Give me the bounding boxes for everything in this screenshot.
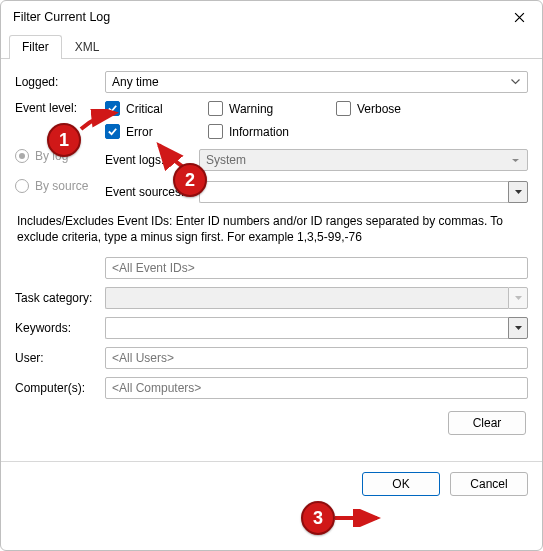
- logged-label: Logged:: [15, 75, 105, 89]
- tab-xml-label: XML: [75, 40, 100, 54]
- event-sources-combo[interactable]: [199, 181, 528, 203]
- cancel-button[interactable]: Cancel: [450, 472, 528, 496]
- checkbox-error[interactable]: Error: [105, 124, 200, 139]
- annotation-bubble-2: 2: [173, 163, 207, 197]
- keywords-drop-button[interactable]: [508, 317, 528, 339]
- ok-button[interactable]: OK: [362, 472, 440, 496]
- checkbox-error-label: Error: [126, 125, 153, 139]
- keywords-input[interactable]: [105, 317, 508, 339]
- annotation-bubble-1: 1: [47, 123, 81, 157]
- tab-filter[interactable]: Filter: [9, 35, 62, 59]
- chevron-down-icon: [507, 79, 523, 85]
- divider: [1, 461, 542, 462]
- tab-xml[interactable]: XML: [62, 35, 113, 59]
- checkbox-verbose[interactable]: Verbose: [336, 101, 436, 116]
- event-sources-input[interactable]: [199, 181, 508, 203]
- event-logs-dropdown[interactable]: System: [199, 149, 528, 171]
- checkbox-warning[interactable]: Warning: [208, 101, 328, 116]
- task-category-combo[interactable]: [105, 287, 528, 309]
- radio-by-source-label: By source: [35, 179, 88, 193]
- computers-input[interactable]: [105, 377, 528, 399]
- dialog-footer: OK Cancel: [1, 472, 542, 508]
- chevron-down-icon: [507, 157, 523, 163]
- window-title: Filter Current Log: [13, 10, 110, 24]
- user-input[interactable]: [105, 347, 528, 369]
- event-ids-input[interactable]: [105, 257, 528, 279]
- event-sources-drop-button[interactable]: [508, 181, 528, 203]
- computers-label: Computer(s):: [15, 381, 105, 395]
- tab-strip: Filter XML: [1, 33, 542, 59]
- event-id-description: Includes/Excludes Event IDs: Enter ID nu…: [17, 213, 526, 245]
- task-category-input[interactable]: [105, 287, 508, 309]
- filter-dialog: Filter Current Log Filter XML Logged: An…: [0, 0, 543, 551]
- event-logs-value: System: [206, 153, 246, 167]
- annotation-arrow-3: [333, 509, 383, 527]
- titlebar: Filter Current Log: [1, 1, 542, 33]
- logged-value: Any time: [112, 75, 159, 89]
- filter-pane: Logged: Any time Event level: Critical: [1, 59, 542, 443]
- radio-by-source[interactable]: By source: [15, 179, 105, 193]
- close-icon: [514, 12, 525, 23]
- checkbox-warning-label: Warning: [229, 102, 273, 116]
- checkbox-information[interactable]: Information: [208, 124, 328, 139]
- checkbox-critical[interactable]: Critical: [105, 101, 200, 116]
- event-level-label: Event level:: [15, 101, 105, 115]
- checkbox-verbose-label: Verbose: [357, 102, 401, 116]
- keywords-label: Keywords:: [15, 321, 105, 335]
- close-button[interactable]: [496, 1, 542, 33]
- task-category-label: Task category:: [15, 291, 105, 305]
- checkbox-critical-label: Critical: [126, 102, 163, 116]
- keywords-combo[interactable]: [105, 317, 528, 339]
- tab-filter-label: Filter: [22, 40, 49, 54]
- logged-dropdown[interactable]: Any time: [105, 71, 528, 93]
- task-category-drop-button[interactable]: [508, 287, 528, 309]
- clear-button[interactable]: Clear: [448, 411, 526, 435]
- user-label: User:: [15, 351, 105, 365]
- annotation-bubble-3: 3: [301, 501, 335, 535]
- checkbox-information-label: Information: [229, 125, 289, 139]
